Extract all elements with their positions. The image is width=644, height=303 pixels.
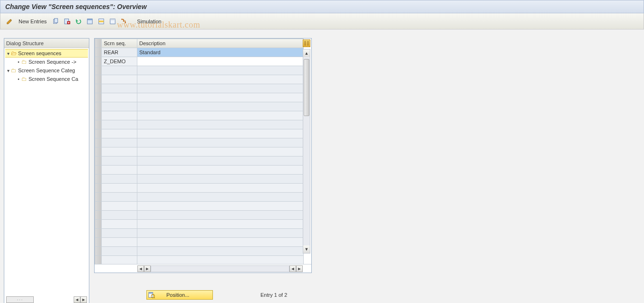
tree-scroll-left[interactable]: ◄ [74, 296, 80, 303]
row-selector[interactable] [95, 247, 102, 256]
cell-seq[interactable] [102, 166, 137, 175]
new-entries-button[interactable]: New Entries [16, 18, 49, 25]
table-row[interactable] [95, 75, 304, 84]
row-selector[interactable] [95, 57, 102, 66]
row-selector[interactable] [95, 184, 102, 193]
cell-seq[interactable] [102, 175, 137, 184]
cell-desc[interactable] [137, 138, 304, 147]
tree-item-screen-sequence-categ[interactable]: ▾ 🗀 Screen Sequence Categ [5, 66, 88, 75]
cell-seq[interactable] [102, 129, 137, 138]
table-row[interactable] [95, 175, 304, 184]
cell-seq[interactable] [102, 220, 137, 229]
cell-seq[interactable] [102, 120, 137, 129]
table-row[interactable]: REAR Standard [95, 48, 304, 57]
table-row[interactable] [95, 238, 304, 247]
cell-seq[interactable] [102, 147, 137, 156]
hscroll-right-2[interactable]: ► [296, 265, 303, 272]
cell-desc[interactable] [137, 84, 304, 93]
scroll-thumb[interactable] [304, 59, 309, 116]
expand-tree-icon[interactable] [120, 17, 128, 26]
table-row[interactable] [95, 156, 304, 166]
row-selector[interactable] [95, 111, 102, 120]
row-selector[interactable] [95, 238, 102, 247]
row-selector[interactable] [95, 138, 102, 147]
cell-seq[interactable] [102, 66, 137, 75]
cell-seq[interactable] [102, 111, 137, 120]
undo-icon[interactable] [74, 17, 83, 26]
table-row[interactable] [95, 166, 304, 175]
select-block-icon[interactable] [97, 17, 106, 26]
cell-seq[interactable]: REAR [102, 48, 137, 57]
table-config-button[interactable] [303, 39, 310, 47]
table-row[interactable] [95, 138, 304, 147]
position-button[interactable]: Position... [146, 290, 213, 300]
cell-seq[interactable] [102, 93, 137, 102]
table-row[interactable] [95, 229, 304, 238]
row-selector[interactable] [95, 75, 102, 84]
hscroll-left[interactable]: ◄ [137, 265, 144, 272]
row-selector[interactable] [95, 220, 102, 229]
cell-seq[interactable] [102, 229, 137, 238]
table-row[interactable] [95, 102, 304, 111]
row-selector[interactable] [95, 129, 102, 138]
cell-seq[interactable] [102, 156, 137, 166]
table-row[interactable] [95, 84, 304, 93]
cell-desc[interactable] [137, 57, 304, 66]
cell-desc[interactable] [137, 66, 304, 75]
hscroll-right[interactable]: ► [144, 265, 151, 272]
cell-desc[interactable] [137, 238, 304, 247]
cell-seq[interactable] [102, 256, 137, 264]
row-selector[interactable] [95, 166, 102, 175]
row-selector[interactable] [95, 66, 102, 75]
row-selector[interactable] [95, 211, 102, 220]
row-selector[interactable] [95, 102, 102, 111]
row-selector[interactable] [95, 256, 102, 264]
cell-seq[interactable] [102, 102, 137, 111]
delete-icon[interactable] [63, 17, 71, 26]
cell-desc[interactable] [137, 93, 304, 102]
cell-seq[interactable] [102, 238, 137, 247]
cell-desc[interactable] [137, 184, 304, 193]
cell-desc[interactable] [137, 175, 304, 184]
table-row[interactable] [95, 193, 304, 202]
table-row[interactable] [95, 147, 304, 156]
cell-desc[interactable] [137, 202, 304, 211]
cell-seq[interactable] [102, 247, 137, 256]
row-selector[interactable] [95, 147, 102, 156]
tree-scroll-right[interactable]: ► [80, 296, 87, 303]
tree-item-screen-sequences[interactable]: ▾ 🗁 Screen sequences [5, 49, 88, 58]
tree-toggle-icon[interactable]: ▾ [5, 68, 11, 73]
tree-item-screen-sequence-ca[interactable]: • 🗀 Screen Sequence Ca [5, 75, 88, 83]
table-row[interactable] [95, 202, 304, 211]
table-row[interactable] [95, 129, 304, 138]
table-row[interactable] [95, 211, 304, 220]
row-selector[interactable] [95, 156, 102, 166]
cell-desc[interactable] [137, 147, 304, 156]
cell-desc[interactable] [137, 247, 304, 256]
cell-seq[interactable] [102, 84, 137, 93]
row-selector[interactable] [95, 229, 102, 238]
copy-as-icon[interactable] [51, 17, 60, 26]
row-selector[interactable] [95, 175, 102, 184]
cell-desc[interactable] [137, 156, 304, 166]
cell-desc[interactable] [137, 111, 304, 120]
toggle-change-icon[interactable] [5, 17, 14, 26]
cell-desc[interactable] [137, 102, 304, 111]
cell-desc[interactable] [137, 129, 304, 138]
tree-item-screen-sequence-child[interactable]: • 🗀 Screen Sequence -> [5, 58, 88, 66]
select-all-icon[interactable] [86, 17, 94, 26]
cell-seq[interactable] [102, 202, 137, 211]
cell-desc[interactable] [137, 166, 304, 175]
table-row[interactable] [95, 256, 304, 264]
row-selector[interactable] [95, 120, 102, 129]
deselect-all-icon[interactable] [108, 17, 117, 26]
cell-seq[interactable] [102, 138, 137, 147]
row-selector-header[interactable] [95, 39, 102, 48]
row-selector[interactable] [95, 48, 102, 57]
simulation-button[interactable]: Simulation [134, 18, 164, 25]
cell-desc[interactable]: Standard [137, 48, 304, 57]
table-vscrollbar[interactable]: ▲ ▼ [303, 49, 310, 254]
cell-desc[interactable] [137, 75, 304, 84]
hscroll-track[interactable] [151, 265, 289, 272]
table-row[interactable] [95, 111, 304, 120]
